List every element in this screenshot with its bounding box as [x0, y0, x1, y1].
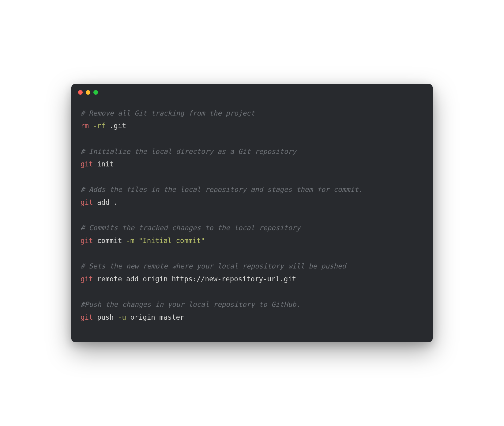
- close-icon[interactable]: [78, 90, 83, 95]
- zoom-icon[interactable]: [93, 90, 98, 95]
- code-block: # Remove all Git tracking from the proje…: [71, 95, 433, 342]
- blank-line: [81, 247, 423, 260]
- arg-token: origin master: [126, 313, 184, 321]
- comment-line: # Sets the new remote where your local r…: [81, 262, 346, 270]
- comment-line: # Initialize the local directory as a Gi…: [81, 147, 296, 155]
- comment-line: # Adds the files in the local repository…: [81, 185, 363, 193]
- space-token: [134, 237, 139, 245]
- command-token: git: [81, 313, 93, 321]
- command-token: git: [81, 160, 93, 168]
- arg-token: push: [93, 313, 118, 321]
- flag-token: -m: [126, 237, 134, 245]
- arg-token: init: [93, 160, 114, 168]
- blank-line: [81, 209, 423, 222]
- string-token: "Initial commit": [139, 237, 205, 245]
- blank-line: [81, 285, 423, 298]
- flag-token: -u: [118, 313, 126, 321]
- terminal-window: # Remove all Git tracking from the proje…: [71, 84, 433, 342]
- arg-token: add .: [93, 198, 118, 206]
- comment-line: #Push the changes in your local reposito…: [81, 300, 300, 308]
- blank-line: [81, 171, 423, 184]
- arg-token: .git: [105, 122, 126, 130]
- command-token: rm: [81, 122, 89, 130]
- command-token: git: [81, 198, 93, 206]
- blank-line: [81, 132, 423, 145]
- command-token: git: [81, 237, 93, 245]
- arg-token: commit: [93, 237, 126, 245]
- comment-line: # Remove all Git tracking from the proje…: [81, 109, 255, 117]
- command-token: git: [81, 275, 93, 283]
- minimize-icon[interactable]: [86, 90, 90, 95]
- comment-line: # Commits the tracked changes to the loc…: [81, 224, 300, 232]
- flag-token: -rf: [89, 122, 105, 130]
- arg-token: remote add origin https://new-repository…: [93, 275, 296, 283]
- window-titlebar: [71, 84, 433, 95]
